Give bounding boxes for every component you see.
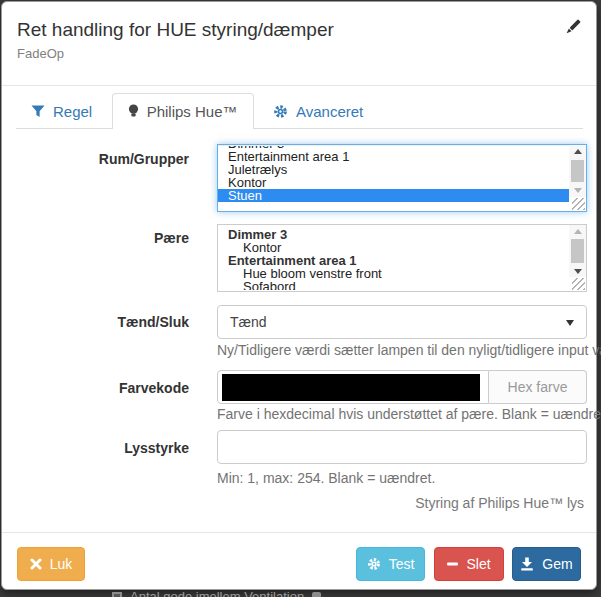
tab-label: Avanceret [296,103,363,120]
onoff-select[interactable]: Tænd [217,305,587,339]
brightness-input[interactable] [217,430,587,464]
list-option[interactable]: Kontor [218,176,569,189]
bulb-icon [128,104,139,119]
edit-action-dialog: Ret handling for HUE styring/dæmper Fade… [1,1,597,590]
rooms-scrollbar[interactable] [569,145,586,197]
header-divider [2,85,596,86]
bulbs-scrollbar[interactable] [569,225,586,277]
save-button[interactable]: Gem [512,547,581,581]
philips-footnote: Styring af Philips Hue™ lys [415,495,584,511]
scrollbar-thumb[interactable] [571,160,584,183]
scrollbar-thumb[interactable] [571,239,584,263]
tab-bar: Regel Philips Hue™ Avanceret [16,93,583,129]
arrow-up-icon [574,229,582,234]
tab-regel[interactable]: Regel [16,94,107,129]
bulbs-label: Pære [17,230,189,246]
color-addon: Hex farve [489,370,587,404]
brightness-help: Min: 1, max: 254. Blank = uændret. [217,470,435,486]
list-option[interactable]: Juletrælys [218,163,569,176]
test-button[interactable]: Test [356,547,425,581]
onoff-selected-value: Tænd [230,314,267,330]
small-icon [312,592,321,597]
pencil-icon [563,17,583,37]
onoff-label: Tænd/Sluk [17,314,189,330]
color-label: Farvekode [17,380,189,396]
scroll-up-button[interactable] [569,225,586,237]
list-option[interactable]: Sofabord [218,280,569,290]
background-text: Antal gode imellem Ventilation [130,589,304,597]
page: { "header": { "title": "Ret handling for… [0,0,601,597]
scroll-up-button[interactable] [569,145,586,158]
close-icon [30,558,42,570]
button-label: Gem [542,556,572,572]
dialog-title: Ret handling for HUE styring/dæmper [17,19,334,41]
arrow-down-icon [574,188,582,193]
chevron-down-icon [566,320,574,326]
onoff-help: Ny/Tidligere værdi sætter lampen til den… [217,342,601,358]
minus-icon [447,562,458,566]
bulbs-options: Dimmer 3 Kontor Entertainment area 1 Hue… [218,226,569,290]
brightness-label: Lysstyrke [17,440,189,456]
bulbs-listbox[interactable]: Dimmer 3 Kontor Entertainment area 1 Hue… [217,224,587,292]
tab-label: Regel [53,103,92,120]
scroll-down-button[interactable] [569,265,586,277]
color-help: Farve i hexdecimal hvis understøttet af … [217,406,601,422]
button-label: Slet [466,556,490,572]
resize-grip[interactable] [572,278,585,290]
delete-button[interactable]: Slet [434,547,504,581]
background-page-fragment: Antal gode imellem Ventilation [112,589,321,597]
button-label: Test [389,556,415,572]
edit-name-button[interactable] [563,17,583,37]
resize-grip[interactable] [572,198,585,210]
tab-philips-hue[interactable]: Philips Hue™ [112,93,254,129]
checkbox-icon [112,592,122,597]
arrow-up-icon [574,149,582,154]
button-label: Luk [50,556,73,572]
download-icon [520,557,534,571]
tab-label: Philips Hue™ [147,103,238,120]
color-swatch-redacted [222,374,480,401]
rooms-label: Rum/Grupper [17,151,189,167]
gear-icon [273,104,288,119]
list-option-selected[interactable]: Stuen [218,189,569,202]
dialog-subtitle: FadeOp [17,46,64,61]
close-button[interactable]: Luk [17,547,85,581]
rooms-listbox[interactable]: Dimmer 3 Entertainment area 1 Juletrælys… [217,144,587,212]
gear-icon [367,557,381,571]
filter-icon [31,105,45,118]
footer-divider [2,532,596,533]
arrow-down-icon [574,269,582,274]
color-input[interactable] [217,370,489,404]
rooms-options: Dimmer 3 Entertainment area 1 Juletrælys… [218,146,569,210]
tab-avanceret[interactable]: Avanceret [258,94,378,129]
scroll-down-button[interactable] [569,184,586,197]
